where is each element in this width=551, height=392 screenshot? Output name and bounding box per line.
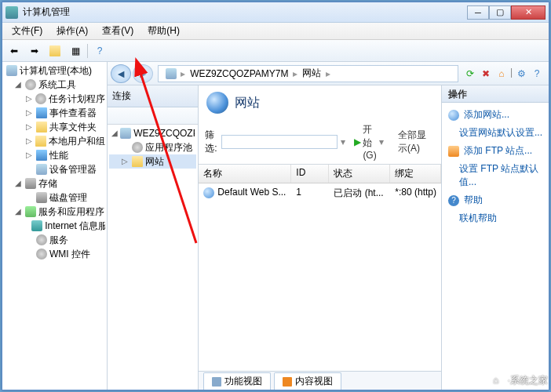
- settings-icon[interactable]: ⚙: [514, 67, 528, 81]
- conn-up-icon[interactable]: [111, 109, 125, 123]
- add-ftp-icon: [448, 146, 459, 157]
- apppool-icon: [132, 142, 143, 153]
- menu-bar: 文件(F) 操作(A) 查看(V) 帮助(H): [2, 23, 549, 40]
- server-icon: [120, 128, 131, 139]
- features-icon: [212, 377, 221, 387]
- breadcrumb-server[interactable]: WEZ9ZCQOZPAMY7M: [187, 68, 291, 79]
- sites-icon: [132, 156, 143, 167]
- menu-help[interactable]: 帮助(H): [141, 23, 186, 39]
- conn-app-pools[interactable]: 应用程序池: [109, 140, 196, 154]
- tree-shared-folders[interactable]: ▷共享文件夹: [2, 120, 107, 134]
- col-binding[interactable]: 绑定: [390, 165, 441, 183]
- back-icon[interactable]: ⬅: [5, 42, 23, 60]
- help-icon[interactable]: ?: [91, 42, 108, 60]
- action-set-site-defaults[interactable]: 设置网站默认设置...: [442, 124, 549, 142]
- left-nav-tree: 计算机管理(本地) ◢系统工具 ▷任务计划程序 ▷事件查看器 ▷共享文件夹 ▷本…: [2, 62, 108, 390]
- expand-icon[interactable]: ▷: [24, 121, 34, 133]
- tab-content[interactable]: 内容视图: [274, 372, 341, 390]
- action-add-site[interactable]: 添加网站...: [442, 106, 549, 124]
- wmi-icon: [36, 249, 47, 260]
- computer-icon: [6, 65, 17, 76]
- expand-icon[interactable]: ▷: [120, 155, 130, 168]
- collapse-icon[interactable]: ◢: [13, 78, 23, 91]
- add-site-icon: [448, 110, 459, 121]
- actions-header: 操作: [442, 85, 549, 103]
- minimize-button[interactable]: ─: [467, 5, 489, 20]
- share-icon: [36, 122, 47, 132]
- tree-system-tools[interactable]: ◢系统工具: [2, 78, 107, 92]
- actions-pane: 操作 添加网站... 设置网站默认设置... 添加 FTP 站点... 设置 F…: [442, 85, 549, 390]
- collapse-icon[interactable]: ◢: [13, 205, 23, 218]
- title-bar: 计算机管理 ─ ▢ ✕: [2, 2, 549, 23]
- main-content: 网站 筛选: ▾ ▶开始(G)▾ 全部显示(A) 名称 ID 状态 绑定: [199, 85, 442, 390]
- bc-help-icon[interactable]: ?: [530, 67, 544, 81]
- tree-task-scheduler[interactable]: ▷任务计划程序: [2, 92, 107, 106]
- services-icon: [36, 234, 47, 245]
- tree-services[interactable]: 服务: [2, 233, 107, 247]
- menu-file[interactable]: 文件(F): [5, 23, 49, 39]
- toolbar-btn-1[interactable]: [46, 42, 64, 60]
- tree-local-users[interactable]: ▷本地用户和组: [2, 134, 107, 148]
- tree-storage[interactable]: ◢存储: [2, 176, 107, 191]
- close-button[interactable]: ✕: [511, 5, 546, 20]
- breadcrumb-path[interactable]: ▸ WEZ9ZCQOZPAMY7M ▸ 网站 ▸: [158, 65, 458, 82]
- tools-icon: [25, 79, 36, 90]
- expand-icon[interactable]: ▷: [24, 107, 34, 119]
- action-add-ftp[interactable]: 添加 FTP 站点...: [442, 142, 549, 160]
- action-online-help[interactable]: 联机帮助: [442, 209, 549, 227]
- tree-disk-management[interactable]: 磁盘管理: [2, 191, 107, 205]
- home-icon[interactable]: ⌂: [494, 67, 509, 81]
- collapse-icon[interactable]: ◢: [111, 127, 118, 140]
- col-name[interactable]: 名称: [199, 165, 291, 183]
- tree-iis[interactable]: Internet 信息服务(IIS)管理器: [2, 219, 107, 233]
- filter-showall-button[interactable]: 全部显示(A): [392, 127, 435, 157]
- storage-icon: [25, 178, 36, 189]
- watermark-logo-icon: ⌂: [487, 372, 505, 389]
- stop-icon[interactable]: ✖: [479, 67, 493, 81]
- nav-back-button[interactable]: ◄: [111, 64, 131, 83]
- expand-icon[interactable]: ▷: [24, 135, 33, 147]
- tab-features[interactable]: 功能视图: [203, 372, 271, 390]
- conn-refresh-icon[interactable]: [126, 109, 140, 123]
- help-icon: ?: [448, 195, 459, 206]
- conn-server-node[interactable]: ◢WEZ9ZCQOZPAMY7M: [109, 126, 196, 140]
- view-tabs: 功能视图 内容视图: [199, 371, 441, 390]
- perf-icon: [36, 150, 47, 161]
- breadcrumb-sites[interactable]: 网站: [299, 67, 324, 80]
- action-help[interactable]: ?帮助: [442, 191, 549, 209]
- tree-event-viewer[interactable]: ▷事件查看器: [2, 106, 107, 120]
- tree-performance[interactable]: ▷性能: [2, 148, 107, 162]
- apps-icon: [25, 206, 36, 217]
- filter-label: 筛选:: [205, 129, 218, 155]
- expand-icon[interactable]: ▷: [24, 93, 33, 105]
- nav-forward-button[interactable]: ►: [133, 64, 153, 83]
- grid-body: Default Web S... 1 已启动 (ht... *:80 (http…: [199, 183, 441, 371]
- expand-icon[interactable]: ▷: [24, 149, 34, 162]
- globe-icon: [206, 92, 228, 114]
- col-id[interactable]: ID: [291, 165, 329, 183]
- filter-input[interactable]: [221, 135, 338, 149]
- connections-pane: 连接 ◢WEZ9ZCQOZPAMY7M 应用程序池 ▷网站: [108, 85, 199, 390]
- grid-header: 名称 ID 状态 绑定: [199, 165, 441, 183]
- forward-icon[interactable]: ➡: [26, 42, 43, 60]
- tree-wmi[interactable]: WMI 控件: [2, 247, 107, 261]
- site-icon: [203, 187, 214, 198]
- page-title: 网站: [235, 95, 260, 111]
- collapse-icon[interactable]: ◢: [13, 177, 23, 190]
- action-set-ftp-defaults[interactable]: 设置 FTP 站点默认值...: [442, 160, 549, 191]
- tree-device-manager[interactable]: 设备管理器: [2, 162, 107, 176]
- users-icon: [35, 136, 46, 147]
- filter-go-button[interactable]: ▶开始(G)▾: [348, 122, 389, 162]
- tree-root[interactable]: 计算机管理(本地): [2, 64, 107, 78]
- tree-services-apps[interactable]: ◢服务和应用程序: [2, 205, 107, 219]
- table-row[interactable]: Default Web S... 1 已启动 (ht... *:80 (http…: [199, 183, 441, 203]
- toolbar-btn-2[interactable]: ▦: [67, 42, 84, 60]
- col-status[interactable]: 状态: [329, 165, 390, 183]
- menu-action[interactable]: 操作(A): [50, 23, 94, 39]
- watermark: ⌂ ·系统之家: [487, 372, 548, 389]
- event-icon: [36, 107, 47, 118]
- menu-view[interactable]: 查看(V): [96, 23, 140, 39]
- refresh-icon[interactable]: ⟳: [463, 67, 477, 81]
- maximize-button[interactable]: ▢: [489, 5, 511, 20]
- conn-sites[interactable]: ▷网站: [109, 154, 196, 169]
